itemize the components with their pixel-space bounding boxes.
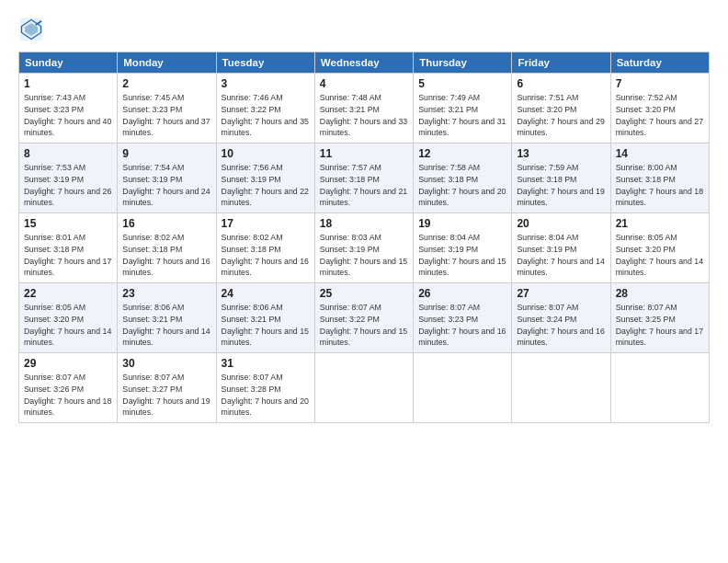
calendar-cell: 3Sunrise: 7:46 AMSunset: 3:22 PMDaylight…: [216, 74, 314, 144]
calendar-cell: 6Sunrise: 7:51 AMSunset: 3:20 PMDaylight…: [512, 74, 610, 144]
logo-icon: [18, 17, 44, 42]
day-number: 11: [320, 147, 408, 160]
day-number: 24: [222, 287, 310, 300]
day-number: 9: [122, 147, 210, 160]
day-number: 30: [122, 357, 210, 370]
day-number: 2: [122, 77, 210, 90]
calendar-cell: 31Sunrise: 8:07 AMSunset: 3:28 PMDayligh…: [216, 353, 314, 423]
calendar-cell: 17Sunrise: 8:02 AMSunset: 3:18 PMDayligh…: [216, 213, 314, 283]
day-number: 13: [517, 147, 605, 160]
col-header-thursday: Thursday: [414, 52, 512, 74]
calendar-cell: 1Sunrise: 7:43 AMSunset: 3:23 PMDaylight…: [19, 74, 118, 144]
calendar-cell: 30Sunrise: 8:07 AMSunset: 3:27 PMDayligh…: [118, 353, 216, 423]
calendar-cell: 11Sunrise: 7:57 AMSunset: 3:18 PMDayligh…: [314, 144, 413, 213]
day-info: Sunrise: 7:53 AMSunset: 3:19 PMDaylight:…: [24, 162, 112, 209]
calendar-week-2: 8Sunrise: 7:53 AMSunset: 3:19 PMDaylight…: [19, 144, 710, 213]
day-info: Sunrise: 8:06 AMSunset: 3:21 PMDaylight:…: [222, 302, 310, 349]
calendar-cell: 27Sunrise: 8:07 AMSunset: 3:24 PMDayligh…: [512, 283, 610, 353]
day-info: Sunrise: 7:51 AMSunset: 3:20 PMDaylight:…: [517, 92, 605, 139]
day-number: 26: [418, 287, 506, 300]
day-number: 14: [616, 147, 704, 160]
col-header-sunday: Sunday: [19, 52, 118, 74]
page: SundayMondayTuesdayWednesdayThursdayFrid…: [0, 0, 728, 563]
calendar-cell: 16Sunrise: 8:02 AMSunset: 3:18 PMDayligh…: [118, 213, 216, 283]
day-number: 5: [418, 77, 506, 90]
calendar-cell: [512, 353, 610, 423]
day-info: Sunrise: 8:07 AMSunset: 3:23 PMDaylight:…: [418, 302, 506, 349]
calendar-cell: 20Sunrise: 8:04 AMSunset: 3:19 PMDayligh…: [512, 213, 610, 283]
calendar-cell: 26Sunrise: 8:07 AMSunset: 3:23 PMDayligh…: [414, 283, 512, 353]
calendar-cell: 7Sunrise: 7:52 AMSunset: 3:20 PMDaylight…: [610, 74, 709, 144]
col-header-saturday: Saturday: [610, 52, 709, 74]
calendar-cell: 19Sunrise: 8:04 AMSunset: 3:19 PMDayligh…: [414, 213, 512, 283]
calendar-cell: 10Sunrise: 7:56 AMSunset: 3:19 PMDayligh…: [216, 144, 314, 213]
day-number: 19: [418, 217, 506, 230]
calendar-cell: 29Sunrise: 8:07 AMSunset: 3:26 PMDayligh…: [19, 353, 118, 423]
calendar-cell: 14Sunrise: 8:00 AMSunset: 3:18 PMDayligh…: [610, 144, 709, 213]
day-info: Sunrise: 7:58 AMSunset: 3:18 PMDaylight:…: [418, 162, 506, 209]
calendar-cell: [414, 353, 512, 423]
day-info: Sunrise: 8:05 AMSunset: 3:20 PMDaylight:…: [616, 232, 704, 279]
calendar-cell: 8Sunrise: 7:53 AMSunset: 3:19 PMDaylight…: [19, 144, 118, 213]
day-info: Sunrise: 8:07 AMSunset: 3:24 PMDaylight:…: [517, 302, 605, 349]
calendar-week-3: 15Sunrise: 8:01 AMSunset: 3:18 PMDayligh…: [19, 213, 710, 283]
day-number: 6: [517, 77, 605, 90]
day-info: Sunrise: 8:01 AMSunset: 3:18 PMDaylight:…: [24, 232, 112, 279]
calendar-cell: 25Sunrise: 8:07 AMSunset: 3:22 PMDayligh…: [314, 283, 413, 353]
day-info: Sunrise: 7:59 AMSunset: 3:18 PMDaylight:…: [517, 162, 605, 209]
day-info: Sunrise: 8:00 AMSunset: 3:18 PMDaylight:…: [616, 162, 704, 209]
calendar-cell: 22Sunrise: 8:05 AMSunset: 3:20 PMDayligh…: [19, 283, 118, 353]
day-info: Sunrise: 7:54 AMSunset: 3:19 PMDaylight:…: [122, 162, 210, 209]
calendar-cell: 12Sunrise: 7:58 AMSunset: 3:18 PMDayligh…: [414, 144, 512, 213]
calendar-cell: 15Sunrise: 8:01 AMSunset: 3:18 PMDayligh…: [19, 213, 118, 283]
calendar-cell: 28Sunrise: 8:07 AMSunset: 3:25 PMDayligh…: [610, 283, 709, 353]
day-info: Sunrise: 8:07 AMSunset: 3:26 PMDaylight:…: [24, 372, 112, 419]
day-number: 17: [222, 217, 310, 230]
day-info: Sunrise: 7:43 AMSunset: 3:23 PMDaylight:…: [24, 92, 112, 139]
day-number: 8: [24, 147, 112, 160]
day-info: Sunrise: 8:07 AMSunset: 3:28 PMDaylight:…: [222, 372, 310, 419]
day-info: Sunrise: 8:03 AMSunset: 3:19 PMDaylight:…: [320, 232, 408, 279]
calendar-week-5: 29Sunrise: 8:07 AMSunset: 3:26 PMDayligh…: [19, 353, 710, 423]
day-info: Sunrise: 8:04 AMSunset: 3:19 PMDaylight:…: [517, 232, 605, 279]
day-number: 21: [616, 217, 704, 230]
calendar-cell: [314, 353, 413, 423]
day-info: Sunrise: 7:46 AMSunset: 3:22 PMDaylight:…: [222, 92, 310, 139]
logo: [18, 17, 48, 42]
day-number: 15: [24, 217, 112, 230]
calendar-cell: 21Sunrise: 8:05 AMSunset: 3:20 PMDayligh…: [610, 213, 709, 283]
day-number: 29: [24, 357, 112, 370]
calendar-cell: 18Sunrise: 8:03 AMSunset: 3:19 PMDayligh…: [314, 213, 413, 283]
calendar-cell: 9Sunrise: 7:54 AMSunset: 3:19 PMDaylight…: [118, 144, 216, 213]
calendar-week-1: 1Sunrise: 7:43 AMSunset: 3:23 PMDaylight…: [19, 74, 710, 144]
day-info: Sunrise: 8:07 AMSunset: 3:22 PMDaylight:…: [320, 302, 408, 349]
col-header-monday: Monday: [118, 52, 216, 74]
calendar-cell: 2Sunrise: 7:45 AMSunset: 3:23 PMDaylight…: [118, 74, 216, 144]
day-number: 1: [24, 77, 112, 90]
day-info: Sunrise: 8:04 AMSunset: 3:19 PMDaylight:…: [418, 232, 506, 279]
day-info: Sunrise: 8:06 AMSunset: 3:21 PMDaylight:…: [122, 302, 210, 349]
day-number: 27: [517, 287, 605, 300]
day-number: 3: [222, 77, 310, 90]
day-info: Sunrise: 8:02 AMSunset: 3:18 PMDaylight:…: [122, 232, 210, 279]
day-number: 7: [616, 77, 704, 90]
day-info: Sunrise: 7:52 AMSunset: 3:20 PMDaylight:…: [616, 92, 704, 139]
day-info: Sunrise: 7:49 AMSunset: 3:21 PMDaylight:…: [418, 92, 506, 139]
day-number: 20: [517, 217, 605, 230]
calendar-header-row: SundayMondayTuesdayWednesdayThursdayFrid…: [19, 52, 710, 74]
day-number: 18: [320, 217, 408, 230]
header: [18, 17, 710, 42]
calendar-cell: [610, 353, 709, 423]
day-number: 22: [24, 287, 112, 300]
calendar-week-4: 22Sunrise: 8:05 AMSunset: 3:20 PMDayligh…: [19, 283, 710, 353]
day-info: Sunrise: 7:56 AMSunset: 3:19 PMDaylight:…: [222, 162, 310, 209]
day-number: 16: [122, 217, 210, 230]
day-info: Sunrise: 7:48 AMSunset: 3:21 PMDaylight:…: [320, 92, 408, 139]
day-number: 25: [320, 287, 408, 300]
day-number: 4: [320, 77, 408, 90]
calendar-cell: 5Sunrise: 7:49 AMSunset: 3:21 PMDaylight…: [414, 74, 512, 144]
day-info: Sunrise: 8:05 AMSunset: 3:20 PMDaylight:…: [24, 302, 112, 349]
col-header-wednesday: Wednesday: [314, 52, 413, 74]
day-info: Sunrise: 8:07 AMSunset: 3:27 PMDaylight:…: [122, 372, 210, 419]
day-info: Sunrise: 8:02 AMSunset: 3:18 PMDaylight:…: [222, 232, 310, 279]
